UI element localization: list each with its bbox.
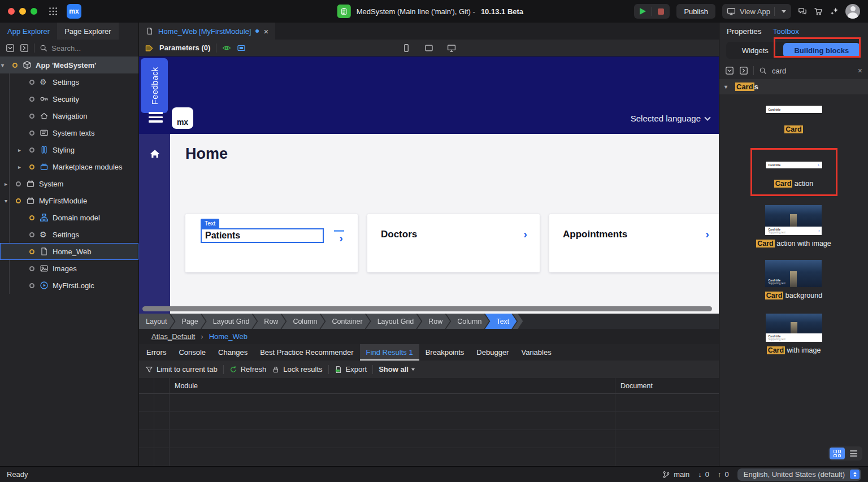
app-launcher-icon[interactable]	[49, 7, 58, 16]
parameters-label[interactable]: Parameters (0)	[159, 44, 210, 52]
chevron-right-icon[interactable]: ▸	[18, 164, 29, 170]
tree-item-myfirstlogic[interactable]: MyFirstLogic	[0, 277, 138, 294]
show-all-dropdown[interactable]: Show all	[379, 365, 415, 374]
document-tab-home-web[interactable]: Home_Web [MyFirstModule] ×	[139, 23, 275, 40]
language-selector[interactable]: Selected language	[631, 114, 710, 123]
chevron-down-icon[interactable]: ▾	[724, 84, 731, 90]
card-label[interactable]: Doctors	[381, 229, 417, 240]
run-button[interactable]	[634, 8, 652, 15]
tree-item-images[interactable]: Images	[0, 260, 138, 277]
table-row[interactable]	[139, 430, 719, 448]
page-logo[interactable]: mx	[172, 107, 193, 129]
text-widget-selected[interactable]: Patients	[201, 228, 324, 243]
chevron-right-icon[interactable]: ▸	[18, 147, 29, 153]
page-sidenav[interactable]	[139, 134, 170, 314]
minimize-window-button[interactable]	[19, 8, 26, 15]
outgoing-commits[interactable]: ↑0	[718, 470, 729, 479]
design-mode-icon[interactable]	[237, 44, 246, 53]
card-doctors[interactable]: Doctors ›	[367, 214, 540, 272]
tree-item-module-settings[interactable]: ⚙ Settings	[0, 226, 138, 243]
tab-variables[interactable]: Variables	[515, 344, 557, 361]
building-block-card-background[interactable]: Card titleSupporting text Card backgroun…	[765, 260, 822, 299]
tab-page-explorer[interactable]: Page Explorer	[57, 23, 118, 40]
tab-debugger[interactable]: Debugger	[470, 344, 515, 361]
table-row[interactable]	[139, 448, 719, 466]
phone-preview-icon[interactable]	[402, 44, 411, 53]
home-nav-icon[interactable]	[148, 146, 162, 160]
chevron-right-icon[interactable]: ▸	[5, 181, 16, 187]
preview-eye-icon[interactable]	[222, 44, 231, 53]
tree-item-system-texts[interactable]: System texts	[0, 124, 138, 141]
breadcrumb-layout-grid-2[interactable]: Layout Grid	[366, 314, 423, 329]
building-block-card[interactable]: Card title Card	[766, 106, 822, 133]
tab-console[interactable]: Console	[172, 344, 212, 361]
cards-section-header[interactable]: ▾ Cards	[719, 79, 868, 94]
marketplace-cart-icon[interactable]	[814, 7, 823, 16]
tablet-preview-icon[interactable]	[424, 44, 433, 53]
column-header-module[interactable]: Module	[170, 378, 615, 393]
tab-breakpoints[interactable]: Breakpoints	[419, 344, 471, 361]
git-branch-indicator[interactable]: main	[662, 470, 689, 479]
tree-item-myfirstmodule[interactable]: ▾ MyFirstModule	[0, 192, 138, 209]
lock-results-button[interactable]: Lock results	[272, 365, 322, 374]
expand-all-icon[interactable]	[20, 44, 29, 53]
table-row[interactable]	[139, 412, 719, 430]
chevron-right-icon[interactable]: ›	[705, 228, 709, 241]
horizontal-scrollbar[interactable]	[142, 306, 712, 311]
column-header-document[interactable]: Document	[615, 378, 719, 393]
card-appointments[interactable]: Appointments ›	[549, 214, 719, 272]
mendix-logo-badge[interactable]: mx	[67, 4, 81, 19]
publish-button[interactable]: Publish	[676, 4, 715, 19]
incoming-commits[interactable]: ↓0	[698, 470, 709, 479]
toolbox-search-input[interactable]	[772, 67, 840, 75]
hamburger-menu-icon[interactable]	[149, 112, 163, 123]
table-row[interactable]	[139, 394, 719, 412]
export-button[interactable]: Export	[335, 365, 367, 374]
page-title[interactable]: Home	[185, 145, 228, 163]
tab-app-explorer[interactable]: App Explorer	[0, 23, 57, 40]
explorer-search-input[interactable]	[51, 44, 119, 53]
collapse-all-icon[interactable]	[725, 66, 734, 75]
tab-toolbox[interactable]: Toolbox	[773, 27, 800, 36]
layout-link[interactable]: Atlas_Default	[151, 332, 195, 341]
tab-best-practice-recommender[interactable]: Best Practice Recommender	[254, 344, 359, 361]
tab-changes[interactable]: Changes	[212, 344, 254, 361]
list-view-button[interactable]	[846, 448, 861, 459]
feedback-tab[interactable]: Feedback	[141, 58, 168, 113]
tab-properties[interactable]: Properties	[727, 27, 762, 36]
chevron-down-icon[interactable]: ▾	[5, 198, 16, 204]
breadcrumb-column[interactable]: Column	[281, 314, 326, 329]
tree-item-settings[interactable]: ⚙ Settings	[0, 73, 138, 90]
building-blocks-button[interactable]: Building blocks	[783, 43, 860, 58]
view-app-dropdown-icon[interactable]	[782, 10, 786, 13]
breadcrumb-container[interactable]: Container	[320, 314, 371, 329]
chevron-down-icon[interactable]: ▾	[1, 62, 12, 68]
user-avatar[interactable]	[845, 4, 860, 19]
card-patients[interactable]: Text Patients ›	[185, 214, 358, 272]
building-block-card-with-image[interactable]: Card titleSupporting text Card with imag…	[766, 314, 822, 354]
language-select[interactable]: English, United States (default)	[737, 468, 861, 481]
chevron-right-icon[interactable]: ›	[339, 232, 343, 245]
clear-search-icon[interactable]: ×	[858, 66, 862, 75]
grid-view-button[interactable]	[830, 448, 845, 459]
ai-sparkles-icon[interactable]	[830, 7, 839, 16]
zoom-window-button[interactable]	[31, 8, 37, 15]
tree-item-home-web[interactable]: Home_Web	[0, 243, 138, 260]
refresh-button[interactable]: Refresh	[229, 365, 267, 374]
card-label[interactable]: Appointments	[563, 229, 627, 240]
tree-item-app-medsystem[interactable]: ▾ App 'MedSystem'	[0, 57, 138, 73]
tree-item-marketplace-modules[interactable]: ▸ Marketplace modules	[0, 158, 138, 175]
tree-item-security[interactable]: Security	[0, 90, 138, 107]
tree-item-domain-model[interactable]: Domain model	[0, 209, 138, 226]
tree-item-system[interactable]: ▸ System	[0, 175, 138, 192]
tree-item-navigation[interactable]: Navigation	[0, 107, 138, 124]
building-block-card-action[interactable]: Card title› Card action	[766, 162, 822, 188]
close-window-button[interactable]	[8, 8, 15, 15]
tree-item-styling[interactable]: ▸ Styling	[0, 141, 138, 158]
widgets-button[interactable]: Widgets	[727, 43, 783, 58]
expand-all-icon[interactable]	[739, 66, 748, 75]
building-block-card-action-with-image[interactable]: Card titleSupporting text› Card action w…	[756, 205, 831, 247]
collapse-all-icon[interactable]	[6, 44, 15, 53]
chevron-right-icon[interactable]: ›	[523, 228, 527, 241]
tab-find-results[interactable]: Find Results 1	[360, 344, 419, 361]
